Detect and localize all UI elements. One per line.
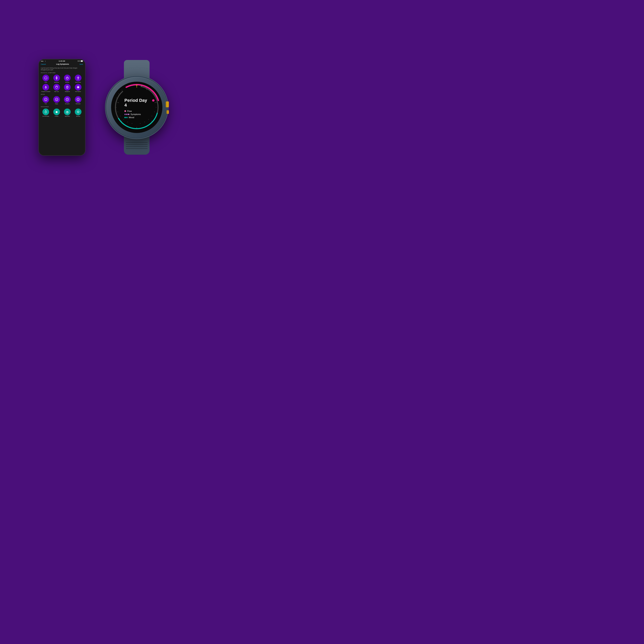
svg-point-52 xyxy=(120,116,121,116)
energetic-icon xyxy=(64,96,71,103)
symptom-bloating[interactable]: Bloating xyxy=(62,75,72,83)
backache-icon xyxy=(53,75,60,81)
body-aches-label: Body Aches xyxy=(75,82,81,83)
frequent-urination-icon xyxy=(42,84,49,91)
svg-point-65 xyxy=(136,85,137,86)
mood-happy[interactable]: Happy xyxy=(52,96,62,105)
egg-white-label: Egg White xyxy=(65,116,70,117)
cancel-button[interactable]: Cancel xyxy=(41,63,46,65)
signal-status: ●●● xyxy=(41,60,46,62)
phone-wrapper: ●●● 11:00 AM 93% Cancel Log Symptoms Sav… xyxy=(38,59,85,156)
bloating-label: Bloating xyxy=(65,82,69,83)
battery-status: 93% xyxy=(78,60,83,62)
svg-point-45 xyxy=(152,116,152,116)
svg-point-51 xyxy=(124,119,124,120)
svg-point-0 xyxy=(45,61,45,62)
svg-line-69 xyxy=(154,102,156,103)
watch-wrapper: Period Day 4 Flow xyxy=(97,60,176,155)
symptom-headache[interactable]: Headache xyxy=(62,84,72,92)
happy-icon xyxy=(53,96,60,103)
fine-label: Fine xyxy=(45,103,47,105)
motivated-label: Motivated xyxy=(76,103,81,105)
symptom-acne[interactable]: Acne xyxy=(41,75,51,83)
creamy-icon xyxy=(53,109,60,115)
legend-mood: Mood xyxy=(124,116,141,119)
svg-line-16 xyxy=(77,88,77,88)
svg-point-28 xyxy=(78,99,79,99)
svg-point-42 xyxy=(156,102,157,103)
svg-point-66 xyxy=(141,85,142,86)
mood-label: Mood xyxy=(129,116,134,119)
svg-point-8 xyxy=(77,86,79,88)
svg-point-54 xyxy=(116,107,117,108)
mood-fine[interactable]: Fine xyxy=(41,96,51,105)
svg-point-46 xyxy=(148,119,149,120)
svg-point-22 xyxy=(57,99,57,99)
symptoms-dots xyxy=(124,114,129,115)
mood-dots xyxy=(124,117,128,118)
hair-loss-icon xyxy=(53,84,60,91)
hot-flashes-icon xyxy=(75,84,81,91)
discharge-grid: No Discharge Creamy Egg White xyxy=(41,109,83,117)
discharge-spotting[interactable]: Spotting xyxy=(73,109,83,117)
symptom-body-aches[interactable]: Body Aches xyxy=(73,75,83,83)
flow-label: Flow xyxy=(127,110,132,112)
watch-crown xyxy=(166,101,169,107)
frequent-urination-label: Frequent Urination xyxy=(41,91,50,92)
status-time: 11:00 AM xyxy=(59,60,65,62)
svg-point-20 xyxy=(55,98,58,101)
acne-icon xyxy=(42,75,49,81)
fine-icon xyxy=(42,96,49,103)
mood-energetic[interactable]: Energetic xyxy=(62,96,72,105)
symptom-frequent-urination[interactable]: Frequent Urination xyxy=(41,84,51,92)
happy-label: Happy xyxy=(55,103,58,105)
svg-point-31 xyxy=(67,111,68,112)
svg-point-6 xyxy=(67,77,68,78)
svg-point-64 xyxy=(152,99,154,102)
svg-point-18 xyxy=(45,99,46,99)
legend-symptoms: Symptoms xyxy=(124,113,141,115)
motivated-icon xyxy=(75,96,81,103)
svg-point-27 xyxy=(77,99,78,99)
nav-bar: Cancel Log Symptoms Save xyxy=(39,62,85,66)
symptom-hair-loss[interactable]: Hair Loss xyxy=(52,84,62,92)
spotting-label: Spotting xyxy=(76,116,80,117)
physical-symptoms-grid: Acne Backache Bloating xyxy=(41,75,83,92)
discharge-egg-white[interactable]: Egg White xyxy=(62,109,72,117)
svg-point-35 xyxy=(78,112,78,113)
headache-label: Headache xyxy=(65,91,70,92)
watch-button xyxy=(167,110,169,114)
status-bar: ●●● 11:00 AM 93% xyxy=(39,59,85,62)
svg-point-53 xyxy=(118,112,118,112)
symptoms-label: Symptoms xyxy=(131,113,141,115)
phone-content: Log how you're feeling every day to see … xyxy=(39,66,85,155)
discharge-creamy[interactable]: Creamy xyxy=(52,109,62,117)
spotting-icon xyxy=(75,109,81,115)
backache-label: Backache xyxy=(54,82,59,83)
discharge-none[interactable]: No Discharge xyxy=(41,109,51,117)
svg-point-21 xyxy=(56,99,56,99)
svg-point-17 xyxy=(44,98,47,101)
svg-point-43 xyxy=(156,107,156,108)
save-button[interactable]: Save xyxy=(80,63,83,65)
phone: ●●● 11:00 AM 93% Cancel Log Symptoms Sav… xyxy=(38,59,85,156)
mood-grid: Fine Happy Energetic xyxy=(41,96,83,105)
legend-flow: Flow xyxy=(124,110,141,112)
svg-point-19 xyxy=(46,99,47,99)
watch-info: Period Day 4 Flow xyxy=(124,98,150,119)
svg-point-23 xyxy=(66,98,69,101)
period-day-text: Period Day 4 xyxy=(124,98,150,108)
hair-loss-label: Hair Loss xyxy=(54,91,59,92)
scene: ●●● 11:00 AM 93% Cancel Log Symptoms Sav… xyxy=(0,0,215,215)
mood-motivated[interactable]: Motivated xyxy=(73,96,83,105)
svg-rect-2 xyxy=(81,61,83,62)
svg-point-58 xyxy=(122,90,122,91)
watch-screen: Period Day 4 Flow xyxy=(111,82,162,133)
hot-flashes-label: Hot Flashes xyxy=(75,91,81,92)
flow-dot xyxy=(124,110,126,112)
svg-point-48 xyxy=(140,123,141,124)
svg-line-14 xyxy=(79,88,79,88)
symptom-hot-flashes[interactable]: Hot Flashes xyxy=(73,84,83,92)
svg-point-24 xyxy=(67,99,67,99)
symptom-backache[interactable]: Backache xyxy=(52,75,62,83)
